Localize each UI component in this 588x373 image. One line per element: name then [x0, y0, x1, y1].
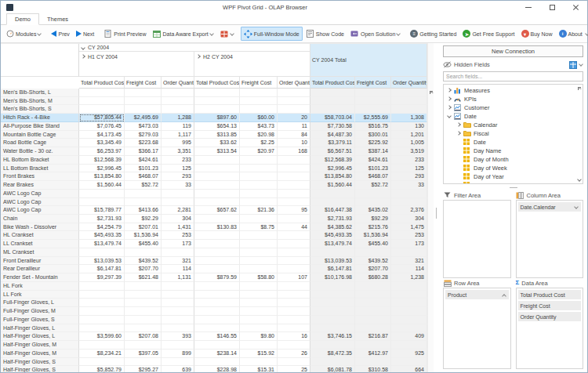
table-row[interactable]: Full-Finger Gloves, M [1, 307, 427, 316]
grid-cell[interactable] [240, 165, 278, 173]
table-row[interactable]: Full-Finger Gloves, L [1, 299, 427, 307]
column-group-h1cy2004[interactable]: H1 CY 2004 [79, 52, 194, 77]
row-header-product[interactable]: All-Purpose Bike Stand [1, 122, 79, 131]
grid-cell[interactable]: 11 [278, 122, 310, 131]
grid-cell[interactable]: 25 [278, 366, 310, 372]
grid-cell[interactable]: $516.75 [355, 122, 391, 131]
grid-cell[interactable]: $313.85 [194, 131, 240, 139]
grid-cell[interactable] [278, 358, 310, 367]
grid-cell[interactable] [355, 299, 391, 307]
expand-icon[interactable] [81, 54, 85, 59]
table-row[interactable]: HL Fork [1, 282, 427, 291]
tree-item-day-of-month[interactable]: Day of Month [444, 155, 583, 164]
row-header-product[interactable]: Men's Bib-Shorts, S [1, 105, 79, 114]
grid-cell[interactable] [391, 341, 427, 349]
grid-cell[interactable] [125, 282, 162, 291]
row-header-product[interactable]: Half-Finger Gloves, M [1, 349, 79, 358]
grid-cell[interactable] [240, 172, 278, 181]
grid-cell[interactable] [125, 291, 162, 299]
grid-cell[interactable]: 33 [162, 181, 194, 190]
grid-cell[interactable]: $15.92 [240, 349, 278, 358]
grid-cell[interactable]: $52.72 [355, 181, 391, 190]
grid-cell[interactable] [125, 198, 162, 207]
grid-cell[interactable] [162, 307, 194, 316]
table-row[interactable]: Front Derailleur$13,039.53$439.52321$13,… [1, 257, 427, 266]
row-header-product[interactable]: Bike Wash - Dissolver [1, 223, 79, 232]
grid-cell[interactable] [278, 299, 310, 307]
grid-cell[interactable] [240, 181, 278, 190]
grid-cell[interactable]: 1,288 [162, 114, 194, 122]
grid-cell[interactable] [162, 97, 194, 106]
grid-cell[interactable] [240, 198, 278, 207]
grid-cell[interactable]: $215.76 [355, 223, 391, 232]
grid-cell[interactable] [278, 240, 310, 248]
grid-cell[interactable] [79, 97, 125, 106]
row-header-product[interactable]: Rear Brakes [1, 181, 79, 190]
grid-cell[interactable] [240, 282, 278, 291]
grid-cell[interactable]: $20.97 [240, 147, 278, 156]
grid-cell[interactable]: $207.70 [125, 265, 162, 273]
grid-cell[interactable] [194, 97, 240, 106]
get-free-support-button[interactable]: ➤ Get Free Support [459, 27, 517, 41]
row-header-product[interactable]: LL Bottom Bracket [1, 165, 79, 173]
grid-cell[interactable]: $424.61 [125, 156, 162, 165]
table-row[interactable]: Men's Bib-Shorts, L [1, 89, 427, 97]
grid-cell[interactable] [240, 215, 278, 223]
row-header-product[interactable]: HL Crankset [1, 231, 79, 240]
grid-cell[interactable]: $455.40 [355, 240, 391, 248]
column-area-field-chip[interactable]: Date.Calendar [518, 202, 582, 212]
grid-cell[interactable]: $295.27 [125, 366, 162, 372]
table-row[interactable]: Rear Derailleur$6,147.81$207.70114$6,147… [1, 265, 427, 273]
grid-cell[interactable] [125, 190, 162, 198]
getting-started-button[interactable]: ≡ Getting Started [407, 27, 459, 41]
table-row[interactable]: Men's Bib-Shorts, S [1, 105, 427, 114]
grid-cell[interactable]: $879.59 [194, 273, 240, 282]
grid-cell[interactable]: $207.01 [125, 223, 162, 232]
search-input[interactable] [443, 71, 583, 81]
grid-cell[interactable]: $3,379.11 [310, 139, 355, 147]
tab-demo[interactable]: Demo [6, 13, 39, 25]
filter-area-box[interactable] [443, 200, 511, 278]
grid-cell[interactable] [162, 89, 194, 97]
grid-cell[interactable]: $310.58 [355, 366, 391, 372]
grid-cell[interactable]: $473.03 [125, 122, 162, 131]
grid-cell[interactable] [125, 105, 162, 114]
row-header-product[interactable]: Half-Finger Gloves, S [1, 358, 79, 367]
grid-cell[interactable] [278, 215, 310, 223]
grid-cell[interactable] [240, 291, 278, 299]
grid-cell[interactable] [310, 299, 355, 307]
tree-item-date[interactable]: Date [444, 138, 583, 147]
expander-icon[interactable] [456, 131, 461, 136]
grid-cell[interactable]: $223.68 [125, 139, 162, 147]
grid-cell[interactable] [162, 358, 194, 367]
grid-cell[interactable] [240, 190, 278, 198]
table-row[interactable]: Half-Finger Gloves, S$5,852.79$295.27639… [1, 366, 427, 372]
buy-now-button[interactable]: ▾ Buy Now [518, 27, 556, 41]
grid-cell[interactable]: 119 [162, 122, 194, 131]
grid-cell[interactable]: 173 [391, 240, 427, 248]
grid-cell[interactable]: $12,568.39 [310, 156, 355, 165]
table-row[interactable]: AWC Logo Cap [1, 190, 427, 198]
grid-cell[interactable]: 2,281 [162, 206, 194, 215]
tree-item-customer[interactable]: Customer [444, 103, 583, 112]
table-row[interactable]: LL Bottom Bracket$2,996.45$101.23125$2,9… [1, 165, 427, 173]
export-format-button[interactable] [217, 27, 238, 41]
row-header-product[interactable]: Fender Set - Mountain [1, 273, 79, 282]
grid-cell[interactable]: $435.02 [355, 206, 391, 215]
grid-cell[interactable]: $16,447.38 [310, 206, 355, 215]
grid-cell[interactable]: $45,493.35 [310, 231, 355, 240]
grid-cell[interactable] [79, 358, 125, 367]
grid-cell[interactable] [278, 324, 310, 333]
tab-themes[interactable]: Themes [39, 14, 76, 24]
panel-section-splitter[interactable] [443, 184, 583, 190]
table-row[interactable]: Water Bottle - 30 oz.$6,253.97$366.173,3… [1, 147, 427, 156]
grid-cell[interactable]: $300.01 [355, 131, 391, 139]
row-header-product[interactable]: AWC Logo Cap [1, 198, 79, 207]
grid-cell[interactable]: 1,201 [391, 131, 427, 139]
grid-cell[interactable] [194, 215, 240, 223]
grid-cell[interactable] [162, 105, 194, 114]
grid-cell[interactable] [162, 299, 194, 307]
grid-cell[interactable] [278, 190, 310, 198]
tree-item-fiscal[interactable]: Fiscal [444, 129, 583, 138]
grid-cell[interactable]: 253 [162, 231, 194, 240]
